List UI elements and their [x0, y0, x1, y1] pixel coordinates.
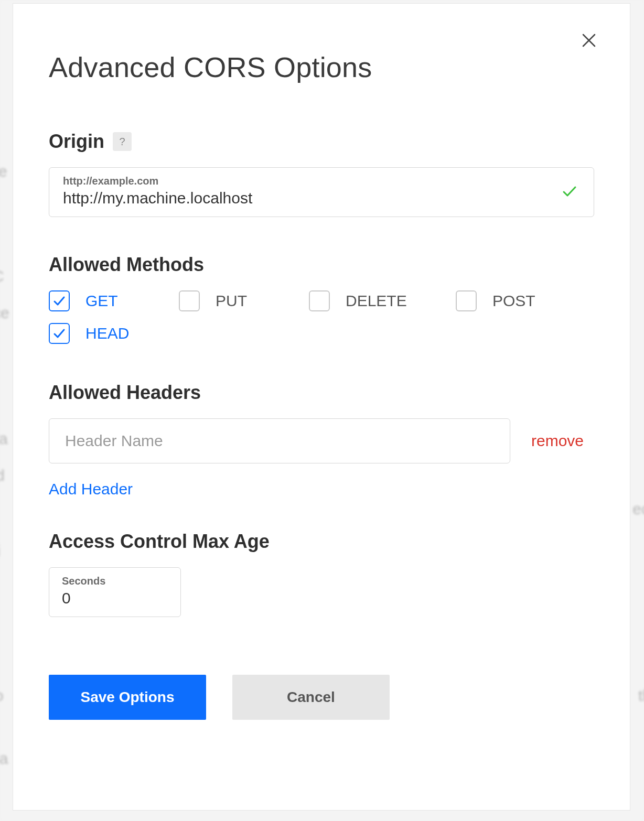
- method-put[interactable]: PUT: [179, 290, 309, 311]
- checkbox-get[interactable]: [49, 290, 70, 311]
- origin-placeholder-label: http://example.com: [63, 175, 580, 187]
- method-label-head: HEAD: [85, 325, 129, 342]
- checkbox-delete[interactable]: [309, 290, 330, 311]
- help-icon[interactable]: ?: [113, 132, 132, 151]
- cors-options-modal: Advanced CORS Options Origin ? http://ex…: [13, 3, 630, 811]
- close-icon: [581, 33, 597, 48]
- maxage-section-label: Access Control Max Age: [49, 531, 594, 553]
- cancel-button[interactable]: Cancel: [232, 675, 390, 720]
- check-icon: [52, 294, 66, 308]
- maxage-field[interactable]: Seconds: [49, 567, 181, 617]
- modal-title: Advanced CORS Options: [49, 51, 594, 83]
- methods-section-label: Allowed Methods: [49, 254, 594, 276]
- save-button[interactable]: Save Options: [49, 675, 206, 720]
- method-delete[interactable]: DELETE: [309, 290, 456, 311]
- remove-header-link[interactable]: remove: [531, 432, 584, 450]
- origin-label-text: Origin: [49, 131, 104, 153]
- header-name-input[interactable]: [64, 431, 495, 450]
- method-label-get: GET: [85, 292, 118, 310]
- close-button[interactable]: [577, 29, 600, 52]
- modal-footer: Save Options Cancel: [49, 675, 594, 720]
- check-icon: [52, 327, 66, 340]
- checkmark-icon: [561, 183, 578, 202]
- maxage-input[interactable]: [62, 588, 136, 607]
- header-input-wrap[interactable]: [49, 418, 510, 463]
- origin-field[interactable]: http://example.com: [49, 167, 594, 217]
- method-label-post: POST: [492, 292, 535, 310]
- checkbox-post[interactable]: [456, 290, 477, 311]
- method-post[interactable]: POST: [456, 290, 586, 311]
- add-header-link[interactable]: Add Header: [49, 480, 133, 498]
- method-get[interactable]: GET: [49, 290, 179, 311]
- maxage-unit-label: Seconds: [62, 575, 168, 587]
- origin-input[interactable]: [63, 188, 549, 207]
- method-label-delete: DELETE: [346, 292, 407, 310]
- method-label-put: PUT: [216, 292, 247, 310]
- methods-grid: GETPUTDELETEPOSTHEAD: [49, 290, 594, 344]
- checkbox-head[interactable]: [49, 323, 70, 344]
- method-head[interactable]: HEAD: [49, 323, 179, 344]
- header-rows: remove: [49, 418, 594, 463]
- origin-section-label: Origin ?: [49, 131, 594, 153]
- checkbox-put[interactable]: [179, 290, 200, 311]
- header-row: remove: [49, 418, 594, 463]
- headers-section-label: Allowed Headers: [49, 382, 594, 404]
